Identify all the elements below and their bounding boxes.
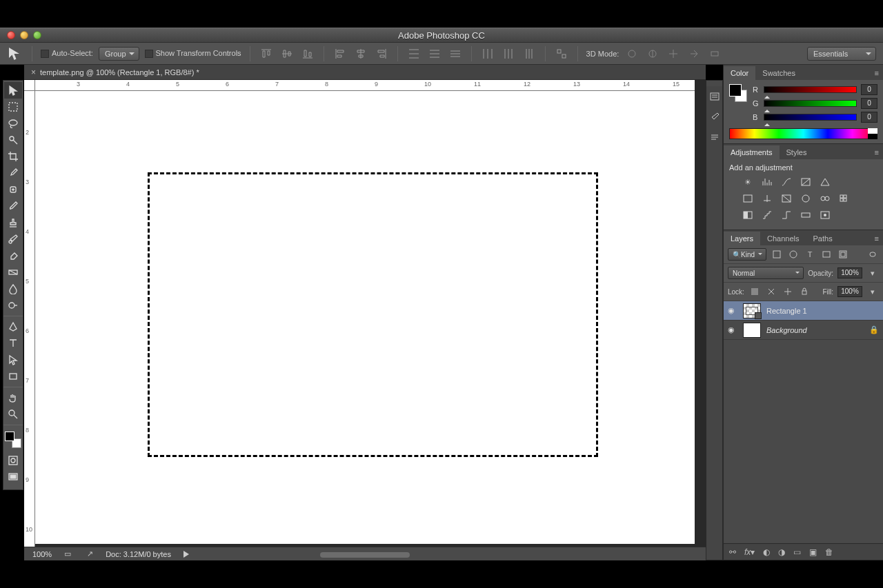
exposure-icon[interactable] bbox=[800, 176, 812, 188]
lock-transparent-icon[interactable] bbox=[748, 285, 761, 298]
ruler-origin[interactable] bbox=[24, 80, 35, 91]
workspace-switcher[interactable]: Essentials bbox=[807, 47, 876, 61]
visibility-toggle-icon[interactable]: ◉ bbox=[728, 306, 737, 315]
3d-rotate-icon[interactable] bbox=[624, 46, 639, 61]
document-tab[interactable]: template.png @ 100% (Rectangle 1, RGB/8#… bbox=[40, 68, 208, 77]
curves-icon[interactable] bbox=[780, 176, 793, 188]
lasso-tool[interactable] bbox=[4, 115, 22, 132]
vertical-ruler[interactable]: 2345678910 bbox=[24, 91, 35, 549]
move-tool[interactable] bbox=[4, 82, 22, 99]
dist-hcenter-icon[interactable] bbox=[501, 46, 516, 61]
eraser-tool[interactable] bbox=[4, 247, 22, 264]
styles-tab[interactable]: Styles bbox=[780, 145, 814, 159]
rectangle-shape[interactable] bbox=[148, 172, 598, 457]
pen-tool[interactable] bbox=[4, 318, 22, 335]
fill-value[interactable]: 100% bbox=[837, 286, 862, 297]
invert-icon[interactable] bbox=[742, 209, 754, 221]
lock-position-icon[interactable] bbox=[782, 285, 794, 298]
brightness-icon[interactable]: ☀ bbox=[742, 176, 754, 188]
new-layer-icon[interactable]: ▣ bbox=[809, 547, 817, 557]
new-group-icon[interactable]: ▭ bbox=[793, 547, 801, 557]
vibrance-icon[interactable] bbox=[819, 176, 831, 188]
history-panel-icon[interactable] bbox=[706, 86, 722, 107]
layer-name[interactable]: Background bbox=[766, 326, 864, 334]
marquee-tool[interactable] bbox=[4, 99, 22, 115]
gradient-map-icon[interactable] bbox=[800, 209, 812, 221]
r-value[interactable]: 0 bbox=[861, 84, 877, 95]
horizontal-scrollbar[interactable] bbox=[320, 552, 410, 558]
screen-mode-toggle[interactable] bbox=[4, 469, 22, 485]
color-tab[interactable]: Color bbox=[724, 66, 755, 80]
quick-mask-toggle[interactable] bbox=[4, 452, 22, 469]
posterize-icon[interactable] bbox=[761, 209, 773, 221]
link-layers-icon[interactable]: ⚯ bbox=[729, 547, 736, 557]
layer-thumbnail[interactable] bbox=[743, 323, 761, 338]
color-swatch[interactable] bbox=[5, 432, 21, 448]
panel-menu-icon[interactable]: ≡ bbox=[871, 66, 883, 80]
opacity-value[interactable]: 100% bbox=[837, 267, 862, 278]
color-lookup-icon[interactable] bbox=[838, 192, 851, 205]
auto-align-icon[interactable] bbox=[554, 46, 569, 61]
layer-row[interactable]: ◉ Background 🔒 bbox=[724, 321, 883, 340]
swatches-tab[interactable]: Swatches bbox=[755, 66, 802, 80]
align-bottom-edges-icon[interactable] bbox=[300, 46, 315, 61]
3d-scale-icon[interactable] bbox=[707, 46, 722, 61]
dist-top-icon[interactable] bbox=[406, 46, 421, 61]
panel-menu-icon[interactable]: ≡ bbox=[871, 145, 883, 159]
hsl-icon[interactable] bbox=[742, 192, 754, 205]
horizontal-ruler[interactable]: 3456789101112131415 bbox=[35, 80, 695, 91]
auto-select-target-dropdown[interactable]: Group bbox=[99, 47, 139, 61]
dodge-tool[interactable] bbox=[4, 297, 22, 314]
b-slider[interactable] bbox=[764, 114, 857, 121]
3d-roll-icon[interactable] bbox=[645, 46, 660, 61]
new-fill-adj-icon[interactable]: ◑ bbox=[778, 547, 785, 557]
canvas[interactable] bbox=[35, 91, 695, 544]
channels-tab[interactable]: Channels bbox=[760, 232, 806, 245]
paragraph-panel-icon[interactable] bbox=[706, 128, 722, 148]
align-top-edges-icon[interactable] bbox=[259, 46, 274, 61]
healing-tool[interactable] bbox=[4, 181, 22, 198]
gradient-tool[interactable] bbox=[4, 264, 22, 281]
zoom-tool[interactable] bbox=[4, 406, 22, 423]
brush-panel-icon[interactable] bbox=[706, 107, 722, 128]
bw-icon[interactable] bbox=[780, 192, 793, 205]
adjustments-tab[interactable]: Adjustments bbox=[724, 145, 780, 159]
levels-icon[interactable] bbox=[761, 176, 773, 188]
b-value[interactable]: 0 bbox=[861, 112, 877, 123]
blur-tool[interactable] bbox=[4, 281, 22, 297]
dist-left-icon[interactable] bbox=[480, 46, 495, 61]
add-mask-icon[interactable]: ◐ bbox=[763, 547, 770, 557]
dist-vcenter-icon[interactable] bbox=[427, 46, 442, 61]
align-hcenter-icon[interactable] bbox=[353, 46, 368, 61]
r-slider[interactable] bbox=[764, 86, 857, 93]
status-share-icon[interactable]: ↗ bbox=[83, 548, 96, 560]
show-transform-checkbox[interactable]: Show Transform Controls bbox=[145, 49, 241, 58]
align-vcenter-icon[interactable] bbox=[279, 46, 295, 61]
opacity-dropdown-icon[interactable]: ▾ bbox=[866, 267, 879, 279]
g-value[interactable]: 0 bbox=[861, 98, 877, 109]
filter-toggle-icon[interactable] bbox=[866, 248, 879, 261]
eyedropper-tool[interactable] bbox=[4, 165, 22, 181]
hand-tool[interactable] bbox=[4, 389, 22, 406]
color-balance-icon[interactable] bbox=[761, 192, 773, 205]
rectangle-shape-tool[interactable] bbox=[4, 368, 22, 385]
visibility-toggle-icon[interactable]: ◉ bbox=[728, 325, 737, 334]
filter-smart-icon[interactable] bbox=[837, 248, 849, 261]
align-left-edges-icon[interactable] bbox=[333, 46, 348, 61]
layer-row[interactable]: ◉ Rectangle 1 bbox=[724, 301, 883, 321]
threshold-icon[interactable] bbox=[780, 209, 793, 221]
zoom-readout[interactable]: 100% bbox=[32, 550, 52, 558]
status-info-menu-icon[interactable] bbox=[183, 551, 189, 558]
panel-color-swatch[interactable] bbox=[729, 84, 747, 102]
fx-icon[interactable]: fx▾ bbox=[744, 547, 755, 557]
auto-select-checkbox[interactable]: Auto-Select: bbox=[41, 49, 93, 58]
layers-tab[interactable]: Layers bbox=[724, 232, 760, 245]
3d-slide-icon[interactable] bbox=[686, 46, 702, 61]
align-right-edges-icon[interactable] bbox=[374, 46, 389, 61]
layer-filter-kind[interactable]: 🔍 Kind bbox=[728, 248, 766, 261]
photo-filter-icon[interactable] bbox=[800, 192, 812, 205]
layer-thumbnail[interactable] bbox=[743, 303, 761, 318]
dist-right-icon[interactable] bbox=[522, 46, 537, 61]
panel-menu-icon[interactable]: ≡ bbox=[871, 232, 883, 245]
filter-pixel-icon[interactable] bbox=[771, 248, 783, 261]
